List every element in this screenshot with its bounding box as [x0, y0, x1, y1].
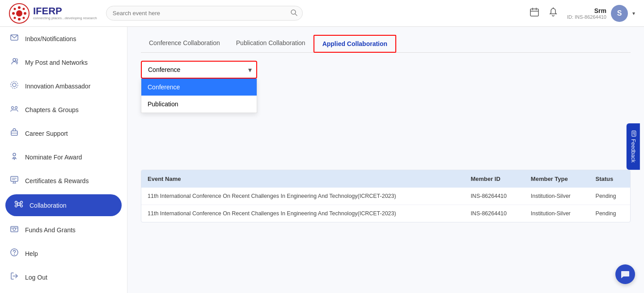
sidebar-item-innovation[interactable]: Innovation Ambassador — [0, 74, 127, 98]
chat-bubble-button[interactable] — [615, 264, 635, 284]
nominate-icon — [9, 151, 20, 163]
svg-rect-40 — [11, 226, 18, 232]
cell-event-name-1: 11th International Conference On Recent … — [141, 188, 464, 205]
feedback-icon — [630, 130, 636, 137]
collaboration-icon — [13, 200, 24, 211]
svg-rect-27 — [11, 176, 18, 181]
funds-icon — [9, 224, 20, 235]
search-input[interactable] — [106, 6, 303, 21]
type-dropdown: Conference Publication ▾ Conference Publ… — [141, 61, 257, 79]
dropdown-option-conference[interactable]: Conference — [141, 79, 257, 96]
data-table: Event Name Member ID Member Type Status … — [141, 170, 630, 222]
user-id: ID: INS-86264410 — [567, 14, 606, 20]
sidebar-item-help[interactable]: Help — [0, 242, 127, 265]
table-row: 11th International Conference On Recent … — [141, 188, 630, 205]
tab-conference-collab[interactable]: Conference Collaboration — [141, 35, 228, 53]
sidebar-item-label: My Post and Networks — [25, 59, 88, 66]
notification-icon[interactable] — [548, 7, 558, 19]
sidebar-item-inbox[interactable]: Inbox/Notifications — [0, 27, 127, 50]
svg-point-35 — [21, 205, 23, 207]
svg-rect-46 — [632, 131, 636, 136]
user-menu-chevron[interactable]: ▾ — [632, 10, 635, 17]
dropdown-list: Conference Publication — [141, 79, 257, 113]
svg-point-26 — [13, 153, 16, 156]
table-row: 11th International Conference On Recent … — [141, 205, 630, 222]
type-select[interactable]: Conference Publication — [141, 61, 257, 79]
header-icons: Srm ID: INS-86264410 S ▾ — [530, 5, 635, 22]
sidebar: Inbox/Notifications My Post and Networks… — [0, 27, 127, 293]
svg-point-9 — [23, 17, 25, 19]
sidebar-item-label: Nominate For Award — [25, 154, 82, 161]
svg-line-11 — [295, 14, 297, 16]
svg-point-22 — [12, 107, 14, 109]
user-name: Srm — [567, 7, 606, 14]
dropdown-area: Conference Publication ▾ Conference Publ… — [141, 61, 257, 79]
sidebar-item-label: Certificates & Rewards — [25, 177, 89, 184]
mypost-icon — [9, 57, 20, 68]
logo-main-text: IFERP — [33, 6, 97, 16]
sidebar-item-chapters[interactable]: Chapters & Groups — [0, 98, 127, 121]
sidebar-item-logout[interactable]: Log Out — [0, 265, 127, 289]
sidebar-item-mypost[interactable]: My Post and Networks — [0, 50, 127, 74]
logo: IFERP connecting places...developing res… — [9, 3, 97, 24]
inbox-icon — [9, 33, 20, 44]
svg-point-8 — [14, 17, 16, 19]
help-icon — [9, 248, 20, 259]
svg-point-44 — [14, 254, 15, 255]
search-icon — [290, 9, 297, 18]
logo-sub-text: connecting places...developing research — [33, 16, 97, 20]
svg-point-34 — [15, 205, 17, 207]
career-icon — [9, 128, 20, 139]
chat-icon — [620, 269, 630, 279]
tab-applied-collab[interactable]: Applied Collaboration — [314, 35, 396, 53]
content-area: Conference Collaboration Publication Col… — [127, 27, 644, 293]
svg-point-1 — [16, 10, 22, 17]
col-member-id: Member ID — [464, 170, 524, 188]
svg-point-2 — [18, 6, 21, 9]
logout-icon — [9, 272, 20, 283]
header: IFERP connecting places...developing res… — [0, 0, 644, 27]
cell-event-name-2: 11th International Conference On Recent … — [141, 205, 464, 222]
table-wrapper: Event Name Member ID Member Type Status … — [141, 170, 631, 222]
user-info: Srm ID: INS-86264410 S ▾ — [567, 5, 635, 22]
svg-point-20 — [13, 83, 16, 87]
sidebar-item-label: Log Out — [25, 274, 47, 281]
svg-point-21 — [11, 81, 18, 88]
calendar-icon[interactable] — [530, 7, 539, 19]
search-bar — [106, 6, 303, 21]
table-body: 11th International Conference On Recent … — [141, 188, 630, 222]
svg-point-6 — [14, 8, 16, 10]
sidebar-item-funds[interactable]: Funds And Grants — [0, 218, 127, 242]
sidebar-item-nominate[interactable]: Nominate For Award — [0, 145, 127, 169]
svg-point-7 — [23, 8, 25, 10]
sidebar-item-certificates[interactable]: Certificates & Rewards — [0, 169, 127, 193]
main-layout: Inbox/Notifications My Post and Networks… — [0, 27, 644, 293]
cell-status-1: Pending — [589, 188, 630, 205]
sidebar-item-label: Collaboration — [30, 202, 67, 209]
svg-point-32 — [15, 201, 17, 204]
svg-point-3 — [18, 18, 21, 21]
table-head: Event Name Member ID Member Type Status — [141, 170, 630, 188]
col-member-type: Member Type — [525, 170, 589, 188]
cell-member-id-1: INS-86264410 — [464, 188, 524, 205]
chapters-icon — [9, 104, 20, 115]
cell-member-id-2: INS-86264410 — [464, 205, 524, 222]
svg-point-4 — [12, 12, 15, 15]
user-text: Srm ID: INS-86264410 — [567, 7, 606, 20]
sidebar-item-career[interactable]: Career Support — [0, 121, 127, 145]
sidebar-item-label: Help — [25, 250, 38, 257]
feedback-button[interactable]: Feedback — [627, 123, 640, 170]
tab-publication-collab[interactable]: Publication Collaboration — [228, 35, 314, 53]
sidebar-item-label: Chapters & Groups — [25, 106, 79, 113]
sidebar-item-label: Inbox/Notifications — [25, 35, 76, 42]
dropdown-option-publication[interactable]: Publication — [141, 96, 257, 113]
sidebar-item-label: Funds And Grants — [25, 226, 76, 234]
sidebar-item-label: Innovation Ambassador — [25, 83, 90, 90]
col-status: Status — [589, 170, 630, 188]
innovation-icon — [9, 80, 20, 92]
cell-member-type-2: Institution-Silver — [525, 205, 589, 222]
logo-icon — [9, 3, 30, 24]
cell-status-2: Pending — [589, 205, 630, 222]
svg-point-33 — [21, 201, 23, 204]
sidebar-item-collaboration[interactable]: Collaboration — [5, 194, 122, 216]
